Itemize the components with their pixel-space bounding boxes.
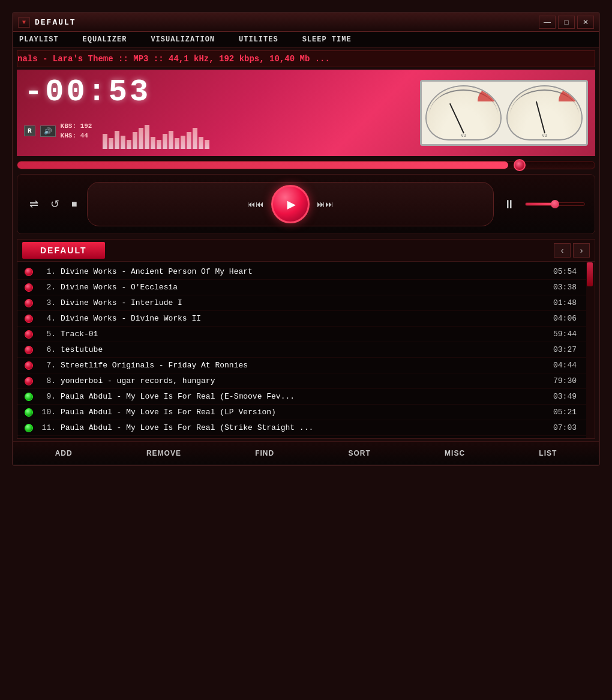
track-dot: [25, 346, 33, 354]
vu-meter-left: VU: [425, 85, 502, 140]
track-number: 4.: [39, 314, 56, 323]
pause-button[interactable]: ⏸: [501, 195, 518, 214]
nav-utilities[interactable]: UTILITES: [239, 35, 278, 44]
track-name: Paula Abdul - My Love Is For Real (LP Ve…: [61, 408, 547, 417]
spectrum-bar: [145, 125, 149, 149]
next-button[interactable]: ⏭⏭: [312, 197, 338, 211]
track-name: Track-01: [61, 330, 547, 339]
progress-thumb[interactable]: [514, 159, 526, 171]
track-item[interactable]: 10.Paula Abdul - My Love Is For Real (LP…: [17, 405, 595, 420]
track-dot: [25, 299, 33, 307]
vu-meter-right: VU: [506, 85, 583, 140]
prev-button[interactable]: ⏮⏮: [242, 197, 269, 211]
bottom-btn-add[interactable]: ADD: [50, 447, 77, 460]
badge-speaker: 🔊: [40, 125, 56, 137]
track-item[interactable]: 3.Divine Works - Interlude I01:48: [17, 295, 595, 311]
dropdown-arrow: ▼: [22, 19, 26, 26]
spectrum-bar: [139, 128, 143, 149]
spectrum-bar: [115, 131, 119, 149]
minimize-button[interactable]: —: [539, 16, 556, 29]
vu-meters: VU VU: [420, 80, 588, 146]
spectrum-bar: [169, 131, 173, 149]
now-playing-marquee: nals - Lara's Theme :: MP3 :: 44,1 kHz, …: [17, 50, 595, 67]
track-duration: 04:44: [547, 361, 577, 370]
track-name: Divine Works - O'Ecclesia: [61, 283, 547, 292]
nav-playlist[interactable]: PLAYLIST: [19, 35, 59, 44]
track-duration: 07:03: [547, 423, 577, 432]
playlist-next-button[interactable]: ›: [573, 243, 590, 258]
vu-redzone-right: [559, 89, 577, 101]
track-number: 6.: [39, 345, 56, 354]
title-bar-left: ▼ DEFAULT: [18, 17, 76, 28]
nav-visualization[interactable]: VISUALIZATION: [151, 35, 215, 44]
track-item[interactable]: 6.testutube03:27: [17, 342, 595, 358]
time-display: -00:53: [24, 77, 410, 108]
spectrum-bar: [133, 132, 137, 149]
title-bar: ▼ DEFAULT — □ ✕: [13, 13, 599, 32]
nav-bar: PLAYLIST EQUALIZER VISUALIZATION UTILITE…: [13, 32, 599, 48]
progress-fill: [17, 161, 508, 169]
volume-thumb[interactable]: [551, 200, 559, 208]
playlist-title-button[interactable]: DEFAULT: [22, 242, 105, 259]
track-item[interactable]: 4.Divine Works - Divine Works II04:06: [17, 311, 595, 327]
track-number: 9.: [39, 392, 56, 401]
spectrum-bar: [205, 140, 209, 149]
khs-label: KHS:: [61, 132, 76, 139]
track-dot: [25, 268, 33, 276]
track-item[interactable]: 8.yonderboi - ugar records, hungary79:30: [17, 373, 595, 389]
track-item[interactable]: 7.Streetlife Originals - Friday At Ronni…: [17, 358, 595, 373]
track-item[interactable]: 2.Divine Works - O'Ecclesia03:38: [17, 280, 595, 295]
spectrum-bar: [121, 136, 125, 149]
vu-label-right: VU: [508, 133, 581, 138]
bottom-btn-list[interactable]: LIST: [534, 447, 562, 460]
track-duration: 01:48: [547, 298, 577, 307]
track-dot: [25, 315, 33, 323]
volume-track[interactable]: [525, 202, 585, 206]
track-duration: 79:30: [547, 376, 577, 385]
shuffle-button[interactable]: ⇌: [27, 195, 41, 213]
badge-r: R: [24, 125, 35, 136]
track-name: Divine Works - Ancient Person Of My Hear…: [61, 267, 547, 276]
nav-sleeptime[interactable]: SLEEP TIME: [302, 35, 352, 44]
track-dot: [25, 408, 33, 417]
spectrum-bar: [109, 138, 113, 149]
close-button[interactable]: ✕: [577, 16, 594, 29]
stop-button[interactable]: ■: [69, 196, 80, 212]
bottom-btn-misc[interactable]: MISC: [440, 447, 470, 460]
track-name: Paula Abdul - My Love Is For Real (E-Smo…: [61, 392, 547, 401]
track-item[interactable]: 1.Divine Works - Ancient Person Of My He…: [17, 264, 595, 280]
playlist-navigation: ‹ ›: [554, 243, 590, 258]
bottom-btn-find[interactable]: FIND: [250, 447, 279, 460]
player-display: -00:53 R 🔊 KBS: 192 KHS: 44 VU: [17, 70, 595, 156]
track-duration: 03:27: [547, 345, 577, 354]
track-item[interactable]: 9.Paula Abdul - My Love Is For Real (E-S…: [17, 389, 595, 405]
track-item[interactable]: 11.Paula Abdul - My Love Is For Real (St…: [17, 420, 595, 436]
vu-redzone-left: [478, 89, 496, 101]
scrollbar-thumb[interactable]: [587, 262, 593, 286]
transport-group: ⏮⏮ ▶ ⏭⏭: [87, 182, 494, 226]
playlist-prev-button[interactable]: ‹: [554, 243, 571, 258]
track-dot: [25, 424, 33, 432]
bottom-btn-remove[interactable]: REMOVE: [142, 447, 186, 460]
spectrum-bar: [151, 137, 155, 149]
track-dot: [25, 330, 33, 339]
nav-equalizer[interactable]: EQUALIZER: [83, 35, 127, 44]
display-left: -00:53 R 🔊 KBS: 192 KHS: 44: [24, 77, 410, 149]
track-item[interactable]: 5.Track-0159:44: [17, 327, 595, 342]
window-title: DEFAULT: [35, 18, 76, 27]
track-dot: [25, 393, 33, 401]
progress-track[interactable]: [17, 161, 595, 169]
vu-label-left: VU: [427, 133, 500, 138]
repeat-button[interactable]: ↺: [48, 195, 62, 213]
track-name: Paula Abdul - My Love Is For Real (Strik…: [61, 423, 547, 432]
play-button[interactable]: ▶: [271, 185, 310, 223]
maximize-button[interactable]: □: [558, 16, 575, 29]
scrollbar[interactable]: [586, 262, 595, 438]
playlist-header: DEFAULT ‹ ›: [17, 240, 595, 262]
track-name: yonderboi - ugar records, hungary: [61, 376, 547, 385]
track-number: 8.: [39, 376, 56, 385]
kbs-label: KBS:: [61, 122, 76, 130]
bottom-btn-sort[interactable]: SORT: [343, 447, 375, 460]
track-duration: 05:54: [547, 267, 577, 276]
title-dropdown[interactable]: ▼: [18, 17, 30, 28]
